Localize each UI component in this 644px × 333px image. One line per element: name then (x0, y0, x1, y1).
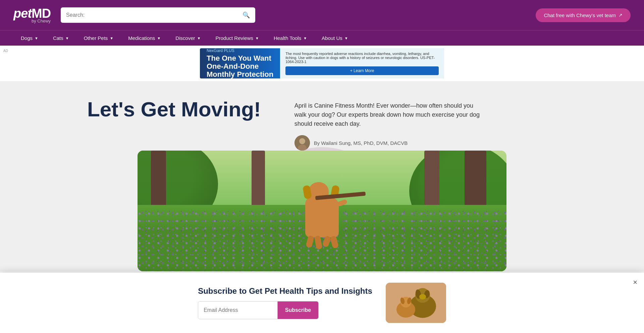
search-input[interactable] (61, 12, 237, 18)
ad-body-text: The most frequently reported adverse rea… (285, 52, 439, 64)
nav-label-product-reviews: Product Reviews (215, 35, 253, 41)
popup-title: Subscribe to Get Pet Health Tips and Ins… (198, 286, 372, 296)
close-popup-button[interactable]: × (633, 278, 637, 287)
hero-section: Let's Get Moving! April is Canine Fitnes… (0, 81, 644, 151)
nav-item-medications[interactable]: Medications ▼ (121, 31, 168, 46)
svg-point-1 (299, 138, 305, 144)
chat-button-label: Chat free with Chewy's vet team (544, 12, 616, 18)
popup-content: Subscribe to Get Pet Health Tips and Ins… (198, 286, 372, 319)
hero-right: April is Canine Fitness Month! Ever wond… (294, 98, 482, 151)
nav-label-discover: Discover (175, 35, 195, 41)
page-title: Let's Get Moving! (87, 98, 261, 121)
logo[interactable]: petMD by Chewy (13, 7, 51, 23)
nav-item-discover[interactable]: Discover ▼ (168, 31, 208, 46)
popup-dogs-illustration (386, 283, 446, 323)
ad-cta-button[interactable]: + Learn More (285, 66, 439, 75)
chat-button[interactable]: Chat free with Chewy's vet team ↗ (536, 8, 631, 22)
chevron-down-icon: ▼ (197, 36, 201, 40)
chevron-down-icon: ▼ (157, 36, 161, 40)
ad-left-content: NexGard PLUS The One You Want One-And-Do… (200, 48, 280, 78)
hero-image-section (0, 151, 644, 271)
subscribe-popup: × Subscribe to Get Pet Health Tips and I… (0, 273, 644, 333)
ad-container: AD NexGard PLUS The One You Want One-And… (0, 46, 644, 81)
search-bar[interactable]: 🔍 (61, 7, 255, 23)
chevron-down-icon: ▼ (344, 36, 348, 40)
ad-product-name: NexGard PLUS (207, 48, 273, 53)
hero-dog-image (138, 151, 506, 271)
nav-label-other-pets: Other Pets (84, 35, 108, 41)
svg-point-8 (419, 294, 426, 299)
nav-label-medications: Medications (128, 35, 155, 41)
nav-item-product-reviews[interactable]: Product Reviews ▼ (208, 31, 266, 46)
search-button[interactable]: 🔍 (237, 11, 255, 19)
nav-label-dogs: Dogs (21, 35, 33, 41)
chevron-down-icon: ▼ (65, 36, 69, 40)
nav-item-about-us[interactable]: About Us ▼ (314, 31, 356, 46)
ad-headline: The One You Want One-And-Done Monthly Pr… (207, 54, 273, 78)
nav-item-cats[interactable]: Cats ▼ (46, 31, 76, 46)
nav: Dogs ▼ Cats ▼ Other Pets ▼ Medications ▼… (0, 30, 644, 46)
header: petMD by Chewy 🔍 Chat free with Chewy's … (0, 0, 644, 30)
nav-label-about-us: About Us (322, 35, 342, 41)
nav-label-cats: Cats (53, 35, 63, 41)
author-name: By Wailani Sung, MS, PhD, DVM, DACVB (314, 140, 408, 146)
chevron-down-icon: ▼ (110, 36, 113, 40)
email-form[interactable]: Subscribe (198, 301, 319, 319)
hero-description: April is Canine Fitness Month! Ever wond… (294, 101, 482, 128)
nav-item-health-tools[interactable]: Health Tools ▼ (266, 31, 314, 46)
chevron-down-icon: ▼ (35, 36, 38, 40)
brand-name: petMD (13, 7, 51, 20)
nav-item-dogs[interactable]: Dogs ▼ (13, 31, 46, 46)
ad-right-content: The most frequently reported adverse rea… (280, 48, 444, 78)
subscribe-button[interactable]: Subscribe (277, 301, 318, 319)
nav-label-health-tools: Health Tools (274, 35, 301, 41)
popup-dog-image (386, 283, 446, 323)
chevron-down-icon: ▼ (303, 36, 307, 40)
external-link-icon: ↗ (619, 12, 623, 18)
email-input[interactable] (198, 301, 277, 319)
ad-label: AD (3, 49, 8, 53)
nav-item-other-pets[interactable]: Other Pets ▼ (76, 31, 121, 46)
chevron-down-icon: ▼ (255, 36, 259, 40)
ad-banner[interactable]: NexGard PLUS The One You Want One-And-Do… (200, 48, 444, 78)
